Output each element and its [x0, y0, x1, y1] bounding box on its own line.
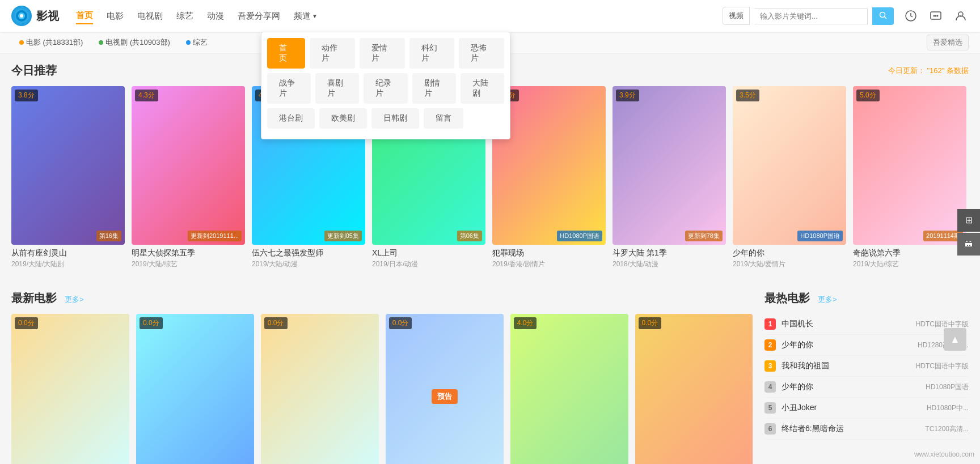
new-movie-card[interactable]: 0.0分 Movie 1 2019/大陆	[11, 314, 129, 464]
new-movie-card[interactable]: 0.0分 House Arrest 2019/美国	[136, 314, 254, 464]
new-movies-more[interactable]: 更多>	[65, 295, 84, 304]
hot-movie-name: 中国机长	[782, 319, 910, 329]
dropdown-western[interactable]: 欧美剧	[319, 108, 367, 129]
movie-badge: 更新到78集	[685, 231, 723, 241]
new-movie-card[interactable]: 0.0分 Movie 3 2019/	[261, 314, 379, 464]
dropdown-comment[interactable]: 留言	[424, 108, 463, 129]
poster-bg	[136, 314, 254, 464]
poster-bg	[853, 86, 966, 245]
today-movie-card[interactable]: 3.5分 HD1080P国语 少年的你 2019/大陆/爱情片	[733, 86, 846, 270]
search-input[interactable]	[754, 8, 868, 24]
movie-title: XL上司	[372, 248, 485, 258]
scroll-to-top-button[interactable]: ▲	[944, 328, 966, 351]
svg-point-3	[880, 12, 885, 17]
hot-rank: 3	[764, 360, 776, 372]
dropdown-horror[interactable]: 恐怖片	[459, 38, 504, 69]
bottom-section: 最新电影 更多> 0.0分 Movie 1 2019/大陆 0.0分 Ho	[11, 291, 969, 464]
hot-movie-name: 少年的你	[782, 382, 920, 392]
search-button[interactable]	[872, 7, 894, 25]
windows-icon[interactable]: ⊞	[957, 209, 980, 232]
hot-movie-item[interactable]: 4 少年的你 HD1080P国语	[764, 377, 969, 398]
hot-rank: 4	[764, 381, 776, 393]
dropdown-home[interactable]: 首页	[267, 38, 305, 69]
movie-score: 4.3分	[135, 90, 158, 101]
nav-home[interactable]: 首页	[76, 8, 93, 24]
dropdown-mainland[interactable]: 大陆剧	[461, 73, 504, 104]
logo[interactable]: 影视	[11, 6, 59, 26]
poster-bg	[733, 86, 846, 245]
history-icon[interactable]	[903, 8, 919, 24]
header: 影视 首页 电影 电视剧 综艺 动漫 吾爱分享网 频道 ▼ 视频	[0, 0, 980, 32]
nav-tv[interactable]: 电视剧	[137, 8, 163, 24]
movie-info: 从前有座剑灵山 2019/大陆/大陆剧	[11, 245, 125, 270]
sub-nav-tv[interactable]: 电视剧 (共10903部)	[91, 32, 178, 53]
nav-anime[interactable]: 动漫	[207, 8, 224, 24]
movie-meta: 2018/大陆/动漫	[612, 259, 726, 269]
dropdown-scifi[interactable]: 科幻片	[409, 38, 455, 69]
hot-rank: 6	[764, 423, 776, 435]
sub-nav-movies[interactable]: 电影 (共18331部)	[11, 32, 91, 53]
today-movie-card[interactable]: 5.0分 20191114期 奇葩说第六季 2019/大陆/综艺	[853, 86, 966, 270]
dropdown-jpkr[interactable]: 日韩剧	[371, 108, 419, 129]
new-movie-card[interactable]: 0.0分 Movie 6 2019/	[635, 314, 753, 464]
svg-point-12	[969, 241, 970, 241]
movie-info: 明星大侦探第五季 2019/大陆/综艺	[132, 245, 245, 270]
hot-movie-name: 少年的你	[782, 340, 912, 350]
dropdown-comedy[interactable]: 喜剧片	[315, 73, 359, 104]
movie-info: 少年的你 2019/大陆/爱情片	[733, 245, 846, 270]
nav-variety[interactable]: 综艺	[176, 8, 193, 24]
message-icon[interactable]	[928, 8, 944, 24]
hot-movie-item[interactable]: 5 小丑Joker HD1080P中...	[764, 398, 969, 419]
movie-poster: 0.0分	[11, 314, 129, 464]
new-movie-card[interactable]: 4.0分 Movie 5 2019/	[510, 314, 628, 464]
android-icon[interactable]	[957, 233, 980, 256]
today-movie-card[interactable]: 3.8分 第16集 从前有座剑灵山 2019/大陆/大陆剧	[11, 86, 125, 270]
new-movie-card[interactable]: 0.0分 预告 Movie 4 2019/	[386, 314, 504, 464]
hot-movie-item[interactable]: 2 少年的你 HD1280高清国...	[764, 335, 969, 356]
movie-poster: 4.0分	[510, 314, 628, 464]
dropdown-documentary[interactable]: 纪录片	[364, 73, 407, 104]
movie-title: 明星大侦探第五季	[132, 248, 245, 258]
movie-poster: 0.0分	[635, 314, 753, 464]
dropdown-war[interactable]: 战争片	[267, 73, 311, 104]
svg-line-4	[885, 16, 887, 19]
hot-movie-tag: HD1080P中...	[927, 403, 969, 413]
movie-badge: HD1080P国语	[797, 231, 843, 241]
poster-bg	[11, 314, 129, 464]
movie-poster: 3.5分 HD1080P国语	[733, 86, 846, 245]
hot-movies-list: 1 中国机长 HDTC国语中字版 2 少年的你 HD1280高清国... 3 我…	[764, 314, 969, 440]
today-movie-card[interactable]: 4.3分 更新到2019111... 明星大侦探第五季 2019/大陆/综艺	[132, 86, 245, 270]
new-movie-grid: 0.0分 Movie 1 2019/大陆 0.0分 House Arrest 2…	[11, 314, 753, 464]
dropdown-row-1: 首页 动作片 爱情片 科幻片 恐怖片	[267, 38, 504, 69]
new-movies-section: 最新电影 更多> 0.0分 Movie 1 2019/大陆 0.0分 Ho	[11, 291, 753, 464]
poster-bg	[11, 86, 125, 245]
hot-rank: 2	[764, 339, 776, 351]
special-tag[interactable]: 吾爱精选	[927, 35, 969, 50]
movie-info: 犯罪现场 2019/香港/剧情片	[492, 245, 606, 270]
movie-poster: 0.0分 预告	[386, 314, 504, 464]
movie-score: 3.9分	[616, 90, 639, 101]
hot-movies-section: 最热电影 更多> 1 中国机长 HDTC国语中字版 2 少年的你 HD1280高…	[764, 291, 969, 464]
watermark: www.xietoutioo.com	[914, 450, 974, 458]
nav-share[interactable]: 吾爱分享网	[238, 8, 280, 24]
hot-movie-item[interactable]: 6 终结者6:黑暗命运 TC1200高清...	[764, 419, 969, 440]
dropdown-drama[interactable]: 剧情片	[412, 73, 456, 104]
nav-movies[interactable]: 电影	[107, 8, 124, 24]
poster-bg	[132, 86, 245, 245]
movie-score: 0.0分	[140, 317, 163, 329]
movie-title: 伍六七之最强发型师	[252, 248, 365, 258]
nav-channel-dropdown[interactable]: 频道 ▼	[294, 11, 318, 22]
movie-meta: 2019/大陆/综艺	[853, 259, 966, 269]
today-movie-card[interactable]: 3.9分 更新到78集 斗罗大陆 第1季 2018/大陆/动漫	[612, 86, 726, 270]
user-icon[interactable]	[953, 8, 969, 24]
hot-movie-tag: HDTC国语中字版	[916, 320, 969, 329]
hot-movie-item[interactable]: 3 我和我的祖国 HDTC国语中字版	[764, 356, 969, 377]
dropdown-hktw[interactable]: 港台剧	[267, 108, 315, 129]
poster-bg	[261, 314, 379, 464]
hot-movies-more[interactable]: 更多>	[818, 295, 837, 304]
hot-movie-item[interactable]: 1 中国机长 HDTC国语中字版	[764, 314, 969, 335]
dropdown-action[interactable]: 动作片	[310, 38, 355, 69]
dropdown-romance[interactable]: 爱情片	[360, 38, 405, 69]
search-type-select[interactable]: 视频	[723, 7, 750, 25]
sub-nav-variety[interactable]: 综艺	[178, 32, 216, 53]
